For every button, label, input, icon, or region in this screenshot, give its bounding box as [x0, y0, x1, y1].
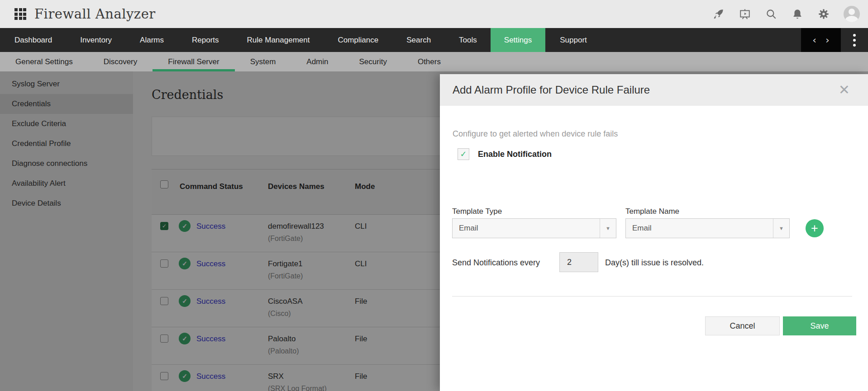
nav-item-settings[interactable]: Settings [491, 28, 545, 52]
nav-item-search[interactable]: Search [393, 28, 444, 52]
subnav-item-security[interactable]: Security [344, 52, 402, 71]
days-till-resolved-label: Day(s) till issue is resolved. [605, 258, 704, 268]
nav-item-dashboard[interactable]: Dashboard [1, 28, 66, 52]
nav-item-support[interactable]: Support [546, 28, 601, 52]
close-icon[interactable]: ✕ [839, 83, 850, 97]
bell-icon[interactable] [791, 8, 804, 20]
header-actions [712, 6, 860, 22]
template-type-value: Email [453, 224, 478, 233]
avatar-head-shape [849, 9, 855, 15]
user-avatar[interactable] [844, 6, 860, 22]
nav-item-compliance[interactable]: Compliance [324, 28, 392, 52]
modal-subtitle: Configure to get alerted when device rul… [453, 129, 618, 139]
avatar-torso-shape [845, 16, 858, 22]
main-nav: Dashboard Inventory Alarms Reports Rule … [0, 28, 868, 52]
cancel-button[interactable]: Cancel [705, 316, 780, 335]
enable-notification-label: Enable Notification [478, 150, 552, 159]
template-type-dropdown[interactable]: Email ▼ [452, 218, 616, 238]
chevron-left-icon[interactable]: ‹ [812, 35, 816, 45]
nav-item-alarms[interactable]: Alarms [126, 28, 177, 52]
subnav-item-firewall-server[interactable]: Firewall Server [153, 52, 234, 71]
subnav-item-system[interactable]: System [235, 52, 291, 71]
chevron-down-icon[interactable]: ▼ [773, 219, 789, 238]
nav-item-rule-management[interactable]: Rule Management [234, 28, 324, 52]
modal-divider [452, 296, 852, 297]
settings-subnav: General Settings Discovery Firewall Serv… [0, 52, 868, 71]
plus-icon: + [811, 222, 818, 235]
subnav-item-discovery[interactable]: Discovery [88, 52, 153, 71]
nav-item-reports[interactable]: Reports [178, 28, 233, 52]
template-name-value: Email [626, 224, 652, 233]
interval-days-input[interactable] [559, 252, 598, 272]
save-button[interactable]: Save [783, 316, 856, 335]
nav-scroll-arrows: ‹ › [801, 28, 841, 52]
modal-header: Add Alarm Profile for Device Rule Failur… [440, 74, 868, 106]
gear-icon[interactable] [817, 8, 830, 20]
template-name-dropdown[interactable]: Email ▼ [625, 218, 790, 238]
send-notifications-label: Send Notifications every [452, 258, 540, 268]
app-header: Firewall Analyzer [0, 0, 868, 28]
template-type-label: Template Type [452, 207, 502, 216]
chevron-down-icon[interactable]: ▼ [600, 219, 616, 238]
chevron-right-icon[interactable]: › [825, 35, 830, 45]
enable-notification-checkbox[interactable]: ✓ [458, 148, 469, 160]
rocket-icon[interactable] [712, 8, 725, 20]
app-title: Firewall Analyzer [34, 6, 156, 22]
subnav-item-others[interactable]: Others [402, 52, 456, 71]
template-name-label: Template Name [625, 207, 679, 216]
subnav-item-admin[interactable]: Admin [291, 52, 343, 71]
search-icon[interactable] [765, 8, 777, 20]
subnav-item-general-settings[interactable]: General Settings [0, 52, 88, 71]
nav-spacer [601, 28, 801, 52]
app-launcher-grid-icon[interactable] [14, 8, 26, 20]
add-template-button[interactable]: + [806, 219, 824, 237]
modal-title: Add Alarm Profile for Device Rule Failur… [453, 84, 650, 96]
kebab-menu-icon[interactable] [841, 28, 868, 52]
modal-body: Configure to get alerted when device rul… [440, 106, 868, 391]
nav-item-inventory[interactable]: Inventory [67, 28, 125, 52]
add-alarm-profile-modal: Add Alarm Profile for Device Rule Failur… [440, 74, 868, 391]
nav-item-tools[interactable]: Tools [445, 28, 491, 52]
presentation-icon[interactable] [739, 8, 751, 20]
